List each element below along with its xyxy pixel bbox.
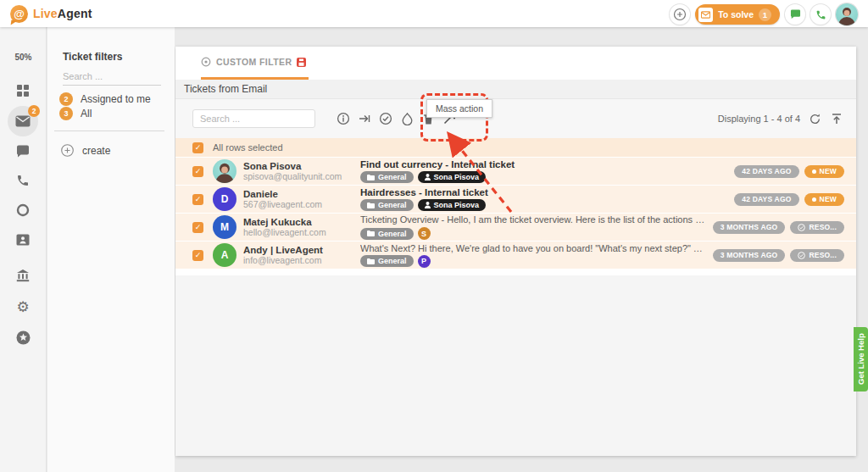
status-dot-icon	[812, 169, 816, 174]
mail-badge: 2	[28, 105, 40, 117]
filter-item-all[interactable]: 3 All	[59, 107, 92, 120]
ticket-row[interactable]: A Andy | LiveAgent info@liveagent.com Wh…	[175, 242, 856, 269]
ticket-row[interactable]: D Daniele 567@liveagent.com Hairdresses …	[175, 186, 856, 214]
mail-icon	[15, 115, 31, 127]
info-icon	[337, 112, 350, 125]
top-header: @ LiveAgent To solve 1	[0, 0, 868, 27]
sidebar-item-tickets[interactable]: 2	[8, 106, 38, 136]
agent-avatar[interactable]: P	[418, 255, 431, 268]
avatar-photo-icon	[836, 3, 858, 25]
phone-icon	[815, 9, 826, 20]
sidebar-item-chats[interactable]	[8, 136, 38, 166]
filter-label: All	[81, 108, 92, 119]
filter-count-badge: 2	[59, 92, 73, 106]
selection-bar: All rows selected	[175, 138, 856, 158]
ticket-row[interactable]: M Matej Kukucka hello@liveagent.com Tick…	[175, 214, 856, 242]
add-button[interactable]	[670, 4, 690, 25]
tab-label: CUSTOM FILTER	[216, 57, 292, 67]
to-solve-count: 1	[759, 8, 771, 21]
select-all-checkbox[interactable]	[192, 142, 203, 153]
info-button[interactable]	[336, 111, 351, 126]
chats-button[interactable]	[785, 4, 805, 25]
sidebar-item-online-visitors[interactable]	[8, 195, 38, 225]
create-filter-button[interactable]: create	[61, 144, 110, 157]
age-badge: 3 MONTHS AGO	[713, 221, 786, 234]
status-badge: NEW	[804, 193, 844, 206]
phone-icon	[16, 174, 30, 187]
plus-circle-icon	[61, 144, 74, 157]
ticket-list-card: CUSTOM FILTER Tickets from Email	[175, 47, 856, 456]
ticket-row[interactable]: Sona Pisova spisova@qualityunit.com Find…	[175, 158, 856, 186]
add-circle-icon	[673, 8, 687, 21]
contact-avatar: M	[213, 215, 236, 239]
save-filter-icon	[297, 58, 306, 67]
spam-button[interactable]	[399, 111, 415, 126]
resolved-check-icon	[798, 224, 805, 231]
filters-search-input[interactable]	[63, 68, 161, 86]
sidebar-item-settings[interactable]: ⚙	[8, 292, 38, 322]
row-checkbox[interactable]	[192, 222, 203, 233]
forward-icon	[358, 112, 371, 125]
sidebar-item-contacts[interactable]	[8, 225, 38, 255]
calls-button[interactable]	[810, 4, 831, 25]
get-live-help-button[interactable]: Get Live Help	[854, 327, 868, 391]
ticket-filters-panel: Ticket filters 2 Assigned to me 3 All cr…	[47, 27, 175, 472]
envelope-icon	[698, 8, 713, 22]
spam-flame-icon	[402, 113, 413, 125]
agent-tag[interactable]: Sona Pisova	[418, 171, 487, 183]
displaying-range: Displaying 1 - 4 of 4	[718, 114, 800, 124]
to-solve-label: To solve	[718, 9, 754, 19]
ticket-tags: General S	[360, 227, 706, 240]
sidebar-item-calls[interactable]	[8, 165, 38, 196]
to-solve-button[interactable]: To solve 1	[695, 4, 780, 25]
filter-item-assigned-to-me[interactable]: 2 Assigned to me	[59, 92, 151, 106]
agent-avatar[interactable]: S	[418, 227, 431, 240]
department-tag[interactable]: General	[360, 228, 414, 240]
transfer-button[interactable]	[357, 111, 372, 126]
row-checkbox[interactable]	[192, 194, 203, 205]
department-tag[interactable]: General	[360, 171, 414, 183]
tab-custom-filter[interactable]: CUSTOM FILTER	[201, 57, 306, 67]
mass-action-tooltip: Mass action	[426, 99, 492, 118]
ticket-tags: General Sona Pisova	[360, 199, 727, 211]
age-badge: 42 DAYS AGO	[734, 193, 798, 206]
row-checkbox[interactable]	[192, 250, 203, 261]
resolve-icon	[379, 112, 392, 125]
folder-icon	[367, 203, 375, 208]
ticket-toolbar: Displaying 1 - 4 of 4	[175, 99, 856, 138]
star-circle-icon	[16, 330, 31, 345]
divider	[54, 130, 164, 131]
department-tag[interactable]: General	[360, 255, 414, 267]
sidebar-item-upgrade[interactable]	[8, 322, 38, 353]
user-avatar[interactable]	[836, 3, 858, 25]
contact-name: Sona Pisova	[243, 161, 343, 171]
liveagent-logo[interactable]: @ LiveAgent	[10, 5, 92, 23]
ticket-tags: General P	[360, 255, 706, 268]
resolve-button[interactable]	[378, 111, 393, 126]
refresh-button[interactable]	[807, 111, 822, 126]
ticket-subject: Hairdresses - Internal ticket	[360, 187, 727, 197]
contact-info: Daniele 567@liveagent.com	[243, 189, 343, 209]
ticket-search-input[interactable]	[192, 109, 315, 128]
ticket-preview: Ticketing Overview - Hello, I am the tic…	[360, 214, 706, 225]
row-checkbox[interactable]	[192, 166, 203, 177]
contact-avatar: A	[213, 243, 236, 267]
agent-tag[interactable]: Sona Pisova	[418, 199, 487, 211]
ticket-subject: Find out currency - Internal ticket	[360, 159, 727, 169]
export-icon	[831, 113, 843, 125]
filter-settings-icon	[201, 57, 211, 67]
contact-email: spisova@qualityunit.com	[243, 171, 343, 181]
left-icon-rail: 50% 2 ⚙	[0, 27, 47, 472]
ticket-badges: 42 DAYS AGO NEW	[734, 165, 856, 178]
ticket-badges: 3 MONTHS AGO RESO...	[713, 249, 856, 262]
department-tag[interactable]: General	[360, 199, 414, 211]
logo-at-icon: @	[10, 5, 28, 23]
export-button[interactable]	[829, 111, 844, 126]
sidebar-item-dashboard[interactable]	[8, 75, 38, 106]
contact-avatar: D	[213, 187, 236, 211]
filter-name: Tickets from Email	[184, 83, 267, 95]
ring-icon	[16, 203, 30, 217]
sidebar-item-knowledge-base[interactable]	[8, 260, 38, 291]
chat-icon	[16, 145, 30, 158]
ticket-tags: General Sona Pisova	[360, 171, 727, 183]
